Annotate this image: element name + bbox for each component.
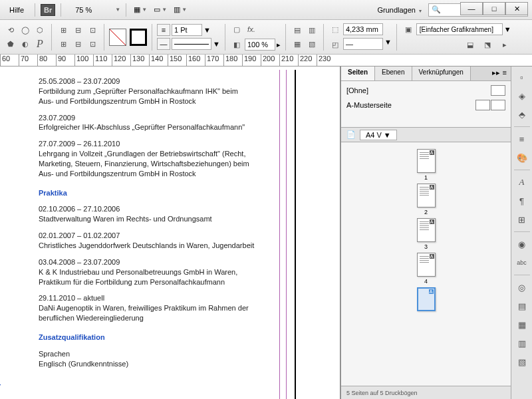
wrap-icon[interactable]: ▦: [291, 37, 304, 51]
expand-icon[interactable]: ▸: [498, 38, 511, 51]
align-icon[interactable]: ⊡: [86, 23, 99, 37]
view-options-button[interactable]: ▭▼: [152, 3, 169, 17]
styles4-dock-icon[interactable]: ▧: [514, 354, 530, 370]
wrap-icon[interactable]: ▧: [305, 37, 319, 51]
panel-tabs: Seiten Ebenen Verknüpfungen ▸▸≡: [341, 66, 511, 81]
page-thumb[interactable]: A: [417, 184, 436, 207]
masters-section: [Ohne] A-Musterseite: [341, 81, 511, 128]
opacity-input[interactable]: 100 %: [245, 39, 275, 51]
master-none[interactable]: [Ohne]: [346, 86, 368, 94]
master-thumb[interactable]: [475, 100, 490, 110]
frame-icon[interactable]: ▣: [402, 23, 415, 36]
master-a[interactable]: A-Musterseite: [346, 101, 392, 109]
page-thumb[interactable]: A: [417, 253, 436, 277]
frame-style-select[interactable]: [Einfacher Grafikrahmen]: [416, 23, 503, 35]
corner-icon[interactable]: ◰: [329, 38, 342, 51]
control-toolbar: ⟲◯⬡⬟◐P ⊞⊟⊡⊞⊟⊡ ≡ 1 Pt ▼ — ▼ ▢fx. ◧100 %▸ …: [0, 20, 532, 55]
minimize-button[interactable]: —: [460, 2, 483, 15]
fx-button[interactable]: fx.: [245, 23, 258, 36]
corner-select[interactable]: —: [343, 38, 383, 50]
effects-dock-icon[interactable]: ◎: [514, 279, 530, 295]
page: 25.05.2008 – 23.07.2009 Fortbildung zum …: [0, 70, 303, 399]
text-frame[interactable]: 25.05.2008 – 23.07.2009 Fortbildung zum …: [39, 76, 271, 368]
align-icon[interactable]: ⊟: [71, 23, 84, 37]
styles2-dock-icon[interactable]: ▦: [514, 317, 530, 332]
horizontal-ruler[interactable]: 6070809010011012013014015016017018019020…: [0, 55, 532, 66]
tab-links[interactable]: Verknüpfungen: [412, 66, 471, 80]
close-button[interactable]: ✕: [505, 2, 528, 15]
collapse-icon[interactable]: ▸▸: [492, 68, 500, 78]
char-dock-icon[interactable]: A: [514, 174, 530, 190]
panels-column: Seiten Ebenen Verknüpfungen ▸▸≡ [Ohne] A…: [340, 66, 511, 399]
bridge-button[interactable]: Br: [41, 4, 55, 16]
x-input[interactable]: 4,233 mm: [343, 23, 383, 35]
styles-dock-icon[interactable]: ▤: [514, 298, 530, 314]
right-dock: ▫ ◈ ⬘ ≡ 🎨 A ¶ ⊞ ◉ abc ◎ ▤ ▦ ▥ ▧: [511, 66, 532, 399]
fx-icon[interactable]: ▢: [230, 23, 243, 36]
p-tool[interactable]: P: [33, 37, 47, 51]
master-thumb[interactable]: [491, 100, 505, 110]
page-thumb[interactable]: A: [417, 218, 436, 242]
page-thumb[interactable]: A: [417, 149, 436, 173]
pages-list[interactable]: A1 A2 A3 A4 A: [341, 142, 511, 386]
object-dock-icon[interactable]: ◉: [514, 236, 530, 252]
wrap-icon[interactable]: ▤: [291, 23, 304, 37]
page-thumb-selected[interactable]: A: [417, 287, 436, 311]
align-icon[interactable]: ⊡: [86, 37, 99, 51]
opacity-icon[interactable]: ◧: [230, 38, 243, 51]
tab-layers[interactable]: Ebenen: [375, 66, 412, 80]
window-controls: — □ ✕: [460, 2, 528, 15]
stroke-weight-icon[interactable]: ≡: [157, 24, 170, 36]
zoom-control[interactable]: 75 % ▼: [66, 6, 120, 14]
color-dock-icon[interactable]: 🎨: [514, 150, 530, 166]
table-dock-icon[interactable]: ⊞: [514, 211, 530, 227]
help-menu[interactable]: Hilfe: [4, 6, 29, 14]
tool-icon[interactable]: ⬟: [4, 37, 17, 51]
layers-dock-icon[interactable]: ◈: [514, 88, 530, 104]
zoom-value: 75 %: [66, 6, 92, 14]
chevron-down-icon: ▼: [95, 7, 120, 13]
workspace-switcher[interactable]: Grundlagen ▾: [377, 6, 422, 14]
align-icon[interactable]: ⊞: [57, 23, 70, 37]
fill-swatch[interactable]: [109, 29, 126, 46]
links-dock-icon[interactable]: ⬘: [514, 106, 530, 122]
pages-footer: 5 Seiten auf 5 Druckbögen: [341, 386, 511, 399]
glyphs-dock-icon[interactable]: abc: [514, 255, 530, 271]
search-icon: 🔍: [432, 5, 441, 14]
margin-text: a Muster: [0, 382, 1, 390]
page-size-select[interactable]: A4 V ▼: [360, 130, 397, 140]
master-thumb[interactable]: [491, 85, 505, 96]
misc-icon[interactable]: ⬓: [464, 38, 477, 51]
pages-dock-icon[interactable]: ▫: [514, 69, 530, 85]
panel-menu-icon[interactable]: ≡: [503, 68, 507, 78]
align-icon[interactable]: ⊞: [57, 37, 70, 51]
tool-icon[interactable]: ◐: [19, 37, 32, 51]
align-icon[interactable]: ⊟: [71, 37, 84, 51]
stroke-swatch[interactable]: [130, 29, 147, 46]
para-dock-icon[interactable]: ¶: [514, 193, 530, 209]
tool-icon[interactable]: ◯: [19, 23, 32, 37]
tool-icon[interactable]: ⬡: [33, 23, 47, 37]
misc-icon[interactable]: ⬔: [481, 38, 494, 51]
stroke-style-select[interactable]: [172, 38, 211, 50]
stroke-weight-input[interactable]: 1 Pt: [172, 24, 202, 36]
stroke-dock-icon[interactable]: ≡: [514, 131, 530, 147]
size-icon: 📄: [346, 130, 356, 139]
styles3-dock-icon[interactable]: ▥: [514, 335, 530, 351]
stroke-style-icon[interactable]: —: [157, 38, 170, 50]
menubar: Hilfe Br 75 % ▼ ▦▼ ▭▼ ▥▼ Grundlagen ▾ 🔍 …: [0, 0, 532, 20]
tab-pages[interactable]: Seiten: [341, 66, 375, 80]
tool-icon[interactable]: ⟲: [4, 23, 17, 37]
fit-icon[interactable]: ⬚: [329, 23, 342, 36]
maximize-button[interactable]: □: [483, 2, 505, 15]
screen-mode-button[interactable]: ▦▼: [132, 3, 149, 17]
arrange-button[interactable]: ▥▼: [172, 3, 189, 17]
document-canvas[interactable]: 25.05.2008 – 23.07.2009 Fortbildung zum …: [0, 66, 340, 399]
page-size-row: 📄 A4 V ▼: [341, 128, 511, 142]
wrap-icon[interactable]: ▥: [305, 23, 319, 37]
